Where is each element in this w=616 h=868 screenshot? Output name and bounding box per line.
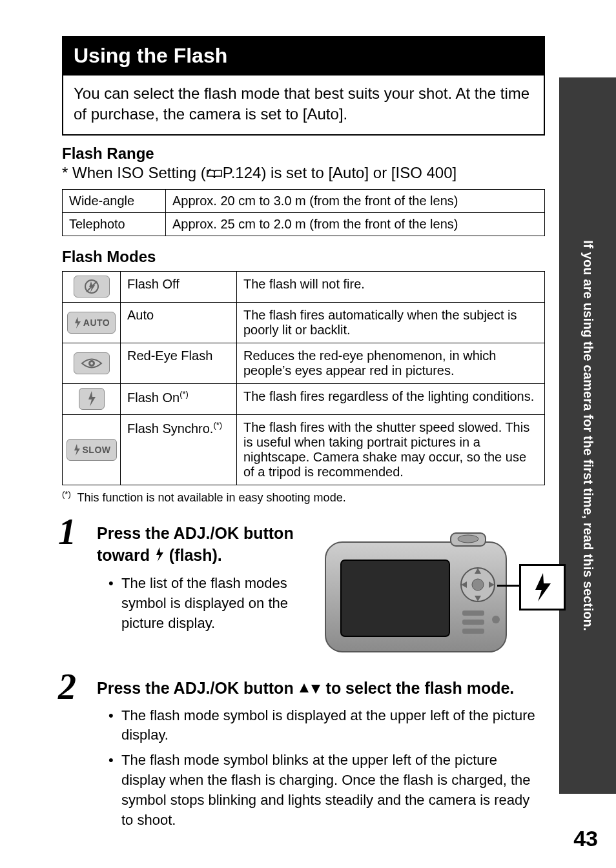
- mode-desc: The flash fires regardless of the lighti…: [237, 383, 545, 414]
- page-number: 43: [573, 826, 598, 851]
- step-2-heading: Press the ADJ./OK button to select the f…: [97, 678, 545, 700]
- camera-illustration: [313, 523, 545, 671]
- side-tab-text: If you are using the camera for the firs…: [580, 240, 595, 631]
- flash-badge: [519, 564, 566, 611]
- footnote-mark: (*): [62, 489, 71, 499]
- flash-icon: [154, 546, 165, 568]
- table-row: SLOW Flash Synchro.(*) The flash fires w…: [63, 414, 545, 485]
- flash-modes-table: Flash Off The flash will not fire. AUTO …: [62, 271, 545, 485]
- mode-desc: The flash fires with the shutter speed s…: [237, 414, 545, 485]
- step-2-head-before: Press the ADJ./OK button: [97, 679, 298, 697]
- svg-rect-13: [462, 620, 484, 625]
- mode-name: Flash On: [127, 390, 180, 404]
- list-item: The list of the flash modes symbol is di…: [108, 574, 301, 633]
- table-row: Wide-angle Approx. 20 cm to 3.0 m (from …: [63, 189, 545, 212]
- side-tab: If you are using the camera for the firs…: [559, 77, 616, 794]
- mode-icon-cell: [63, 383, 121, 414]
- mode-icon-cell: AUTO: [63, 302, 121, 343]
- mode-name-cell: Flash Synchro.(*): [121, 414, 237, 485]
- content-column: Using the Flash You can select the flash…: [62, 36, 545, 830]
- range-value: Approx. 20 cm to 3.0 m (from the front o…: [166, 189, 545, 212]
- range-value: Approx. 25 cm to 2.0 m (from the front o…: [166, 212, 545, 236]
- step-1-bullets: The list of the flash modes symbol is di…: [108, 574, 301, 633]
- intro-box: You can select the flash mode that best …: [62, 76, 545, 136]
- red-eye-icon: [74, 352, 110, 374]
- flash-slow-icon: SLOW: [67, 439, 117, 461]
- mode-desc: Reduces the red-eye phenomenon, in which…: [237, 343, 545, 383]
- step-2-bullets: The flash mode symbol is displayed at th…: [108, 706, 545, 831]
- range-label: Wide-angle: [63, 189, 166, 212]
- svg-point-3: [90, 362, 93, 365]
- flash-range-table: Wide-angle Approx. 20 cm to 3.0 m (from …: [62, 189, 545, 236]
- step-1-text: Press the ADJ./OK button toward (flash).…: [97, 523, 301, 639]
- step-number: 1: [58, 511, 76, 552]
- step-1: 1 Press the ADJ./OK button toward (flash…: [62, 523, 545, 671]
- up-down-icon: [298, 679, 322, 697]
- svg-point-7: [472, 579, 484, 590]
- footnote-text: This function is not available in easy s…: [77, 491, 345, 504]
- mode-name: Red-Eye Flash: [121, 343, 237, 383]
- table-row: Flash Off The flash will not fire.: [63, 271, 545, 302]
- mode-name-sup: (*): [213, 420, 222, 430]
- step-2: 2 Press the ADJ./OK button to select the…: [62, 678, 545, 831]
- table-row: Red-Eye Flash Reduces the red-eye phenom…: [63, 343, 545, 383]
- callout-line: [497, 585, 520, 587]
- svg-point-15: [492, 616, 500, 623]
- flash-on-icon: [79, 388, 105, 410]
- list-item: The flash mode symbol is displayed at th…: [108, 706, 545, 746]
- flash-modes-heading: Flash Modes: [62, 248, 545, 266]
- iso-note: * When ISO Setting (P.124) is set to [Au…: [62, 164, 545, 184]
- range-label: Telephoto: [63, 212, 166, 236]
- iso-note-suffix: ) is set to [Auto] or [ISO 400]: [261, 164, 457, 181]
- flash-icon: [531, 572, 553, 603]
- step-1-head-after: (flash).: [165, 546, 222, 564]
- step-2-head-after: to select the flash mode.: [322, 679, 515, 697]
- camera-icon: [313, 523, 519, 665]
- steps: 1 Press the ADJ./OK button toward (flash…: [62, 523, 545, 831]
- flash-range-heading: Flash Range: [62, 145, 545, 163]
- flash-off-icon: [74, 276, 110, 298]
- svg-rect-14: [462, 629, 484, 634]
- iso-page-ref: P.124: [223, 164, 262, 181]
- flash-slow-text: SLOW: [83, 445, 111, 455]
- mode-name: Auto: [121, 302, 237, 343]
- mode-icon-cell: SLOW: [63, 414, 121, 485]
- svg-rect-12: [462, 611, 484, 616]
- iso-note-prefix: * When ISO Setting (: [62, 164, 206, 181]
- mode-name: Flash Synchro.: [127, 421, 213, 435]
- flash-auto-icon: AUTO: [67, 312, 116, 334]
- mode-name: Flash Off: [121, 271, 237, 302]
- mode-name-sup: (*): [180, 389, 189, 399]
- table-row: AUTO Auto The flash fires automatically …: [63, 302, 545, 343]
- mode-desc: The flash fires automatically when the s…: [237, 302, 545, 343]
- svg-marker-19: [311, 685, 320, 694]
- page: If you are using the camera for the firs…: [0, 0, 616, 868]
- table-row: Flash On(*) The flash fires regardless o…: [63, 383, 545, 414]
- mode-icon-cell: [63, 343, 121, 383]
- flash-modes-section: Flash Modes Flash Off The flash will not…: [62, 248, 545, 505]
- modes-footnote: (*) This function is not available in ea…: [62, 489, 545, 505]
- list-item: The flash mode symbol blinks at the uppe…: [108, 751, 545, 830]
- page-ref-icon: [206, 166, 223, 184]
- step-number: 2: [58, 666, 76, 707]
- mode-icon-cell: [63, 271, 121, 302]
- section-title: Using the Flash: [62, 36, 545, 76]
- mode-name-cell: Flash On(*): [121, 383, 237, 414]
- svg-rect-5: [341, 560, 449, 636]
- svg-point-17: [458, 535, 478, 543]
- svg-marker-18: [300, 683, 309, 692]
- mode-desc: The flash will not fire.: [237, 271, 545, 302]
- table-row: Telephoto Approx. 25 cm to 2.0 m (from t…: [63, 212, 545, 236]
- flash-auto-text: AUTO: [83, 318, 110, 328]
- step-1-heading: Press the ADJ./OK button toward (flash).: [97, 523, 301, 568]
